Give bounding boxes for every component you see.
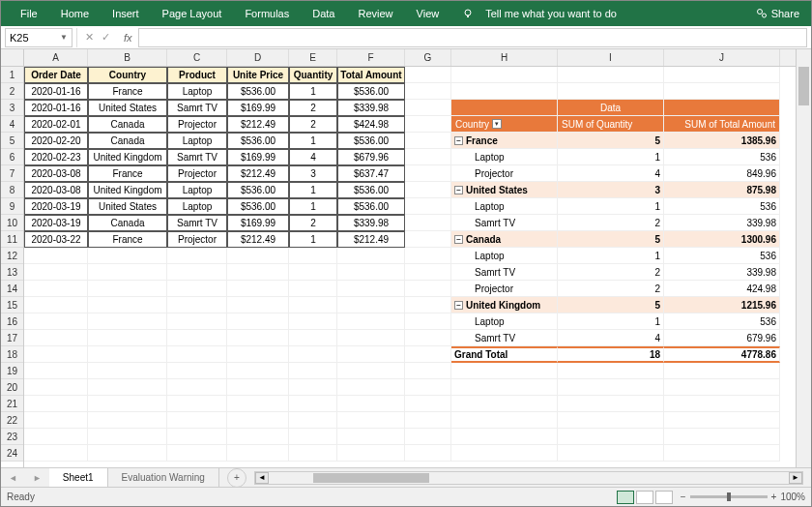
row-header[interactable]: 2 (1, 83, 23, 100)
cell[interactable] (289, 248, 337, 264)
cell[interactable] (337, 281, 405, 297)
cell[interactable] (24, 379, 88, 396)
cell[interactable]: Projector (451, 281, 558, 297)
row-header[interactable]: 15 (1, 297, 23, 313)
cell[interactable]: Projector (451, 165, 558, 182)
cell[interactable]: 1 (558, 248, 664, 264)
cell[interactable] (88, 264, 167, 281)
cell[interactable]: $536.00 (337, 198, 405, 215)
cell[interactable]: $212.49 (227, 165, 289, 182)
row-header[interactable]: 20 (1, 379, 23, 396)
cell[interactable] (289, 396, 337, 412)
cell[interactable] (405, 83, 451, 100)
cell[interactable]: 2 (289, 215, 337, 231)
cell[interactable] (405, 412, 451, 429)
cell[interactable] (451, 83, 558, 100)
cell[interactable] (24, 264, 88, 281)
cell[interactable]: United Kingdom (88, 182, 167, 198)
cell[interactable] (451, 429, 558, 445)
cell[interactable]: 1 (289, 231, 337, 248)
cell[interactable] (405, 149, 451, 165)
cell[interactable] (167, 379, 227, 396)
cell[interactable] (88, 297, 167, 313)
cell[interactable] (167, 264, 227, 281)
cell[interactable] (24, 313, 88, 330)
cell[interactable] (451, 363, 558, 379)
share-button[interactable]: Share (752, 8, 803, 19)
cell[interactable]: 4 (289, 149, 337, 165)
cell[interactable]: Laptop (167, 198, 227, 215)
cell[interactable] (227, 248, 289, 264)
row-header[interactable]: 5 (1, 133, 23, 149)
col-header[interactable]: B (88, 49, 167, 66)
row-header[interactable]: 8 (1, 182, 23, 198)
cell[interactable]: Laptop (451, 248, 558, 264)
cell[interactable] (227, 445, 289, 462)
cell[interactable] (405, 133, 451, 149)
cell[interactable]: SUM of Quantity (558, 116, 664, 133)
cell[interactable]: Country▾ (451, 116, 558, 133)
cell[interactable]: 2 (558, 264, 664, 281)
cell[interactable]: 4 (558, 165, 664, 182)
cell[interactable]: 424.98 (664, 281, 780, 297)
col-header[interactable]: J (664, 49, 780, 66)
cell[interactable] (558, 83, 664, 100)
cell[interactable]: France (88, 165, 167, 182)
cell[interactable] (167, 297, 227, 313)
cell[interactable]: 1 (289, 182, 337, 198)
view-break-button[interactable] (655, 491, 673, 504)
cell[interactable] (664, 429, 780, 445)
cell[interactable] (664, 83, 780, 100)
cell[interactable]: 2020-03-19 (24, 215, 88, 231)
cell[interactable] (167, 281, 227, 297)
cell[interactable]: Projector (167, 116, 227, 133)
row-header[interactable]: 9 (1, 198, 23, 215)
ribbon-tab-file[interactable]: File (9, 1, 49, 26)
cell[interactable]: Canada (88, 133, 167, 149)
cell[interactable]: 536 (664, 149, 780, 165)
cell[interactable]: 2020-03-08 (24, 182, 88, 198)
cell[interactable]: 2020-03-22 (24, 231, 88, 248)
cell[interactable] (405, 313, 451, 330)
cell[interactable] (88, 363, 167, 379)
cell[interactable]: 339.98 (664, 264, 780, 281)
cell[interactable]: $536.00 (337, 133, 405, 149)
cell[interactable]: Total Amount (337, 67, 405, 83)
cell[interactable]: 3 (289, 165, 337, 182)
cell[interactable]: Samrt TV (451, 215, 558, 231)
cell[interactable]: United States (88, 198, 167, 215)
cell[interactable] (24, 297, 88, 313)
cell[interactable] (337, 297, 405, 313)
cell[interactable] (451, 445, 558, 462)
cell[interactable] (405, 231, 451, 248)
row-header[interactable]: 23 (1, 429, 23, 445)
cell[interactable] (337, 379, 405, 396)
cell[interactable] (289, 412, 337, 429)
cell[interactable] (337, 346, 405, 363)
cell[interactable]: $339.98 (337, 215, 405, 231)
cell[interactable]: Laptop (167, 83, 227, 100)
cell[interactable]: $536.00 (337, 83, 405, 100)
cell[interactable] (24, 396, 88, 412)
row-header[interactable]: 22 (1, 412, 23, 429)
cell[interactable] (405, 67, 451, 83)
cell[interactable] (167, 346, 227, 363)
cell[interactable]: $536.00 (227, 133, 289, 149)
cell[interactable]: Quantity (289, 67, 337, 83)
cell[interactable]: 536 (664, 248, 780, 264)
cell[interactable] (24, 429, 88, 445)
ribbon-tab-formulas[interactable]: Formulas (233, 1, 301, 26)
cell[interactable]: Laptop (167, 182, 227, 198)
cell[interactable]: 1 (558, 149, 664, 165)
row-header[interactable]: 17 (1, 330, 23, 346)
cell[interactable]: 5 (558, 133, 664, 149)
collapse-icon[interactable]: − (454, 301, 463, 310)
cell[interactable] (405, 429, 451, 445)
cell[interactable] (227, 281, 289, 297)
cell[interactable] (337, 363, 405, 379)
cell[interactable] (289, 264, 337, 281)
cell[interactable]: −Canada (451, 231, 558, 248)
cell[interactable]: −France (451, 133, 558, 149)
row-header[interactable]: 11 (1, 231, 23, 248)
cell[interactable] (24, 346, 88, 363)
